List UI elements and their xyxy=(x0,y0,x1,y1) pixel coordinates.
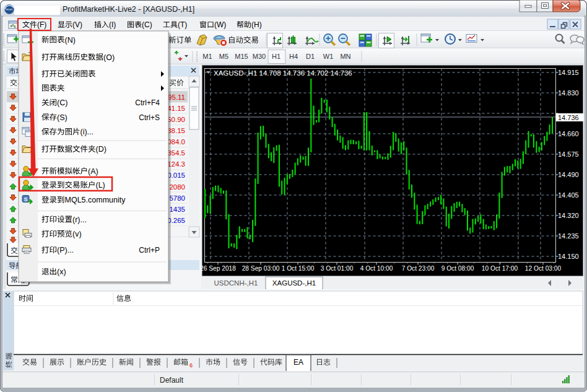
svg-text:XAGUSD-,H1: XAGUSD-,H1 xyxy=(272,279,316,287)
svg-text:(O): (O) xyxy=(103,53,115,62)
svg-text:USDCNH-,H1: USDCNH-,H1 xyxy=(214,279,258,287)
svg-text:(F): (F) xyxy=(37,20,46,29)
svg-text:S: S xyxy=(24,196,27,203)
svg-text:M30: M30 xyxy=(253,53,266,60)
svg-text:10 Oct 17:00: 10 Oct 17:00 xyxy=(482,265,518,272)
svg-text:(W): (W) xyxy=(214,20,226,29)
svg-text:M15: M15 xyxy=(235,53,248,60)
svg-text:(C): (C) xyxy=(142,20,152,29)
svg-text:MN: MN xyxy=(340,53,350,60)
svg-text:(i)...: (i)... xyxy=(80,128,94,136)
svg-text:26 Sep 2018: 26 Sep 2018 xyxy=(200,265,236,272)
svg-text:(P)...: (P)... xyxy=(57,246,74,255)
svg-text:14.830: 14.830 xyxy=(558,89,579,97)
svg-text:14.736: 14.736 xyxy=(558,114,579,121)
svg-text:2080: 2080 xyxy=(169,183,185,191)
svg-text:14.405: 14.405 xyxy=(558,191,579,199)
svg-text:(N): (N) xyxy=(65,36,76,45)
svg-text:12 Oct 03:00: 12 Oct 03:00 xyxy=(525,265,562,272)
svg-text:EA: EA xyxy=(294,358,303,367)
svg-text:Ctrl+P: Ctrl+P xyxy=(139,246,160,255)
svg-text:(L): (L) xyxy=(96,181,105,189)
svg-text:W1: W1 xyxy=(323,53,334,60)
svg-text:(r)...: (r)... xyxy=(72,216,87,224)
svg-text:PROFIT: PROFIT xyxy=(6,9,13,11)
svg-text:1 Oct 15:00: 1 Oct 15:00 xyxy=(282,265,315,272)
svg-text:(V): (V) xyxy=(72,20,82,29)
svg-text:Ctrl+F4: Ctrl+F4 xyxy=(135,98,160,107)
svg-text:14.575: 14.575 xyxy=(558,150,579,158)
svg-text:1435: 1435 xyxy=(169,206,185,213)
svg-text:14.235: 14.235 xyxy=(558,232,579,240)
svg-text:5780: 5780 xyxy=(169,194,185,202)
svg-text:7 Oct 23:00: 7 Oct 23:00 xyxy=(402,265,435,272)
svg-text:(A): (A) xyxy=(88,167,98,176)
svg-text:H4: H4 xyxy=(289,53,298,60)
svg-text:Default: Default xyxy=(160,376,184,385)
svg-text:(v): (v) xyxy=(72,230,82,238)
svg-text:MQL5.community: MQL5.community xyxy=(65,196,126,204)
svg-text:9 Oct 08:00: 9 Oct 08:00 xyxy=(441,265,474,272)
svg-text:H1: H1 xyxy=(272,53,280,60)
svg-text:(T): (T) xyxy=(178,20,187,29)
svg-text:Ctrl+S: Ctrl+S xyxy=(139,113,160,122)
svg-text:M1: M1 xyxy=(202,53,212,60)
svg-text:(D): (D) xyxy=(96,145,107,154)
svg-text:14.490: 14.490 xyxy=(558,171,579,178)
svg-text:(S): (S) xyxy=(57,113,67,122)
svg-text:(C): (C) xyxy=(57,98,67,107)
svg-text:(x): (x) xyxy=(57,268,66,276)
svg-text:(I): (I) xyxy=(109,20,116,29)
svg-text:M5: M5 xyxy=(219,53,228,60)
svg-text:28 Sep 03:00: 28 Sep 03:00 xyxy=(242,265,280,272)
svg-text:ProfitMarketHK-Live2 - [XAGUSD: ProfitMarketHK-Live2 - [XAGUSD-,H1] xyxy=(63,5,194,14)
svg-text:D1: D1 xyxy=(306,53,315,60)
svg-text:3 Oct 01:00: 3 Oct 01:00 xyxy=(321,265,354,272)
svg-text:6: 6 xyxy=(189,362,193,368)
svg-text:14.915: 14.915 xyxy=(558,69,579,76)
svg-text:XAGUSD-,H1 14.708 14.736 14.7: XAGUSD-,H1 14.708 14.736 14.702 14.736 xyxy=(214,69,352,77)
svg-text:14.660: 14.660 xyxy=(558,130,579,137)
svg-text:14.150: 14.150 xyxy=(558,253,579,260)
svg-text:14.320: 14.320 xyxy=(558,212,579,219)
svg-text:(H): (H) xyxy=(251,20,262,29)
svg-text:4 Oct 10:00: 4 Oct 10:00 xyxy=(360,265,393,272)
